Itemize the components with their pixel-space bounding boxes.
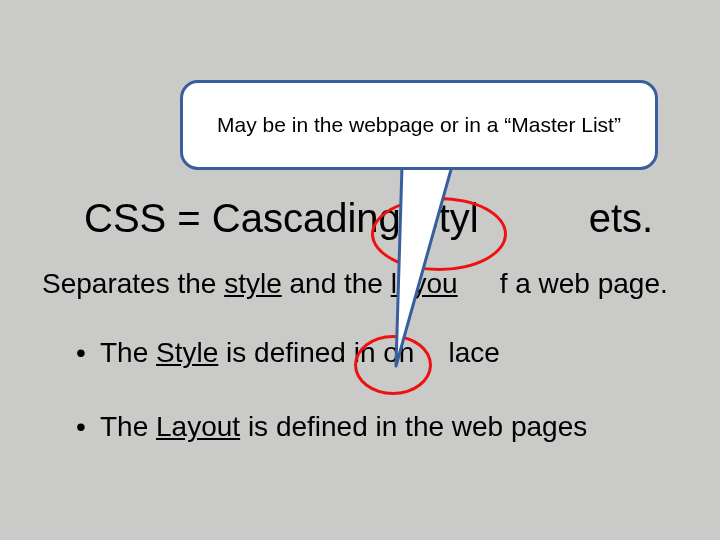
- bullet-dot-icon: •: [76, 410, 100, 444]
- bullet-dot-icon: •: [76, 336, 100, 370]
- callout-tail: [392, 166, 482, 376]
- callout-text: May be in the webpage or in a “Master Li…: [217, 113, 621, 137]
- bullet2-u1: Layout: [156, 411, 240, 442]
- subheading-p2: and the: [282, 268, 391, 299]
- subheading: Separates the style and the layouf a web…: [42, 268, 668, 300]
- heading-part-2: ets.: [589, 196, 653, 240]
- bullet1-p1: The: [100, 337, 156, 368]
- slide: May be in the webpage or in a “Master Li…: [0, 0, 720, 540]
- heading-css: CSS = Cascading Stylets.: [84, 196, 653, 241]
- subheading-p3: f a web page.: [500, 268, 668, 299]
- bullet2-p2: is defined in the web pages: [240, 411, 587, 442]
- subheading-p1: Separates the: [42, 268, 224, 299]
- bullet-item-layout: •The Layout is defined in the web pages: [76, 410, 656, 444]
- bullet1-u1: Style: [156, 337, 218, 368]
- callout-bubble: May be in the webpage or in a “Master Li…: [180, 80, 658, 170]
- bullet2-p1: The: [100, 411, 156, 442]
- subheading-u1: style: [224, 268, 282, 299]
